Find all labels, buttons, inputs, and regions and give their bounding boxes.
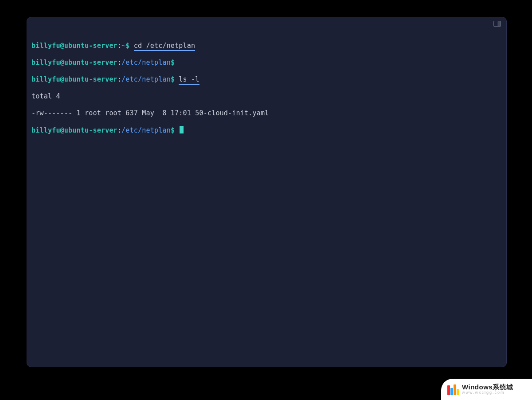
command-text: ls -l [179,75,199,85]
prompt-line: billyfu@ubuntu-server:/etc/netplan$ ls -… [31,75,502,84]
svg-rect-1 [497,21,501,26]
terminal-content[interactable]: billyfu@ubuntu-server:~$ cd /etc/netplan… [27,31,506,156]
prompt-user: billyfu@ubuntu-server [31,126,117,134]
prompt-dollar: $ [171,59,175,67]
prompt-sep: : [117,59,121,67]
terminal-cursor [180,126,184,133]
prompt-dollar: $ [125,42,129,50]
prompt-sep: : [117,126,121,134]
watermark-badge: Windows系统城 www.wxclgg.com [441,379,532,400]
prompt-sep: : [117,75,121,83]
command-text: cd /etc/netplan [134,42,195,51]
watermark-subtitle: www.wxclgg.com [462,391,513,395]
panel-split-icon[interactable] [493,21,501,27]
window-titlebar [27,17,506,31]
watermark-logo-icon [447,384,459,395]
prompt-dir: /etc/netplan [121,75,171,83]
output-line: total 4 [31,92,502,101]
prompt-line: billyfu@ubuntu-server:/etc/netplan$ [31,126,502,135]
prompt-dollar: $ [171,126,175,134]
prompt-dir: /etc/netplan [121,126,171,134]
prompt-dollar: $ [171,75,175,83]
output-line: -rw------- 1 root root 637 May 8 17:01 5… [31,109,502,118]
watermark-title: Windows系统城 [462,384,513,391]
prompt-user: billyfu@ubuntu-server [31,42,117,50]
prompt-dir: ~ [121,42,125,50]
prompt-line: billyfu@ubuntu-server:~$ cd /etc/netplan [31,42,502,50]
prompt-line: billyfu@ubuntu-server:/etc/netplan$ [31,59,502,67]
prompt-user: billyfu@ubuntu-server [31,59,117,67]
prompt-sep: : [117,42,121,50]
prompt-user: billyfu@ubuntu-server [31,75,117,83]
terminal-window[interactable]: billyfu@ubuntu-server:~$ cd /etc/netplan… [27,17,507,367]
prompt-dir: /etc/netplan [121,59,171,67]
